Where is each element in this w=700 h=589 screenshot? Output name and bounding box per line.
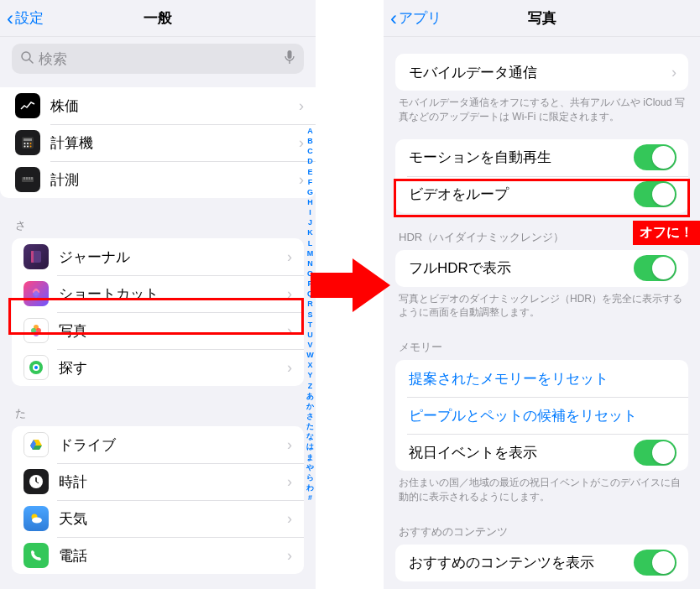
search-placeholder: 検索 <box>39 50 284 69</box>
index-letter[interactable]: E <box>306 167 314 177</box>
section-featured: おすすめのコンテンツ おすすめのコンテンツを表示 <box>384 519 700 581</box>
row-shortcuts[interactable]: ショートカット › <box>12 275 304 312</box>
row-reset-memories[interactable]: 提案されたメモリーをリセット <box>395 360 688 397</box>
mic-icon[interactable] <box>284 50 295 68</box>
index-letter[interactable]: U <box>306 330 314 340</box>
weather-icon <box>24 506 49 531</box>
row-label: 天気 <box>59 509 287 529</box>
list: 株価 › 計算機 › 計測 › <box>0 87 316 198</box>
list: おすすめのコンテンツを表示 <box>395 545 688 581</box>
index-letter[interactable]: H <box>306 197 314 207</box>
index-letter[interactable]: F <box>306 177 314 187</box>
index-letter[interactable]: ま <box>306 452 314 462</box>
back-button[interactable]: ‹ アプリ <box>384 7 441 30</box>
index-letter[interactable]: T <box>306 320 314 330</box>
index-letter[interactable]: わ <box>306 482 314 493</box>
index-letter[interactable]: あ <box>306 391 314 401</box>
index-letter[interactable]: Y <box>306 370 314 380</box>
row-label: モバイルデータ通信 <box>409 63 671 82</box>
list: モバイルデータ通信 › <box>395 54 688 91</box>
row-cellular-data[interactable]: モバイルデータ通信 › <box>395 54 688 91</box>
index-letter[interactable]: I <box>306 207 314 217</box>
row-reset-people-pets[interactable]: ピープルとペットの候補をリセット <box>395 397 688 434</box>
row-autoplay-motion[interactable]: モーションを自動再生 <box>395 139 688 176</box>
index-letter[interactable]: た <box>306 421 314 431</box>
toggle-show-featured[interactable] <box>634 550 676 576</box>
section-footer: モバイルデータ通信をオフにすると、共有アルバムや iCloud 写真などのアップ… <box>384 91 700 128</box>
index-letter[interactable]: ら <box>306 472 314 482</box>
row-measure[interactable]: 計測 › <box>0 161 316 198</box>
row-calculator[interactable]: 計算機 › <box>0 124 316 161</box>
index-letter[interactable]: W <box>306 350 314 360</box>
index-letter[interactable]: な <box>306 431 314 441</box>
svg-point-6 <box>24 143 26 144</box>
callout-turn-off: オフに！ <box>633 221 700 245</box>
row-photos[interactable]: 写真 › <box>12 312 304 349</box>
row-label: ビデオをループ <box>409 185 634 204</box>
index-letter[interactable]: や <box>306 462 314 472</box>
clock-icon <box>24 469 49 494</box>
row-clock[interactable]: 時計 › <box>12 463 304 500</box>
chevron-right-icon: › <box>287 248 292 266</box>
index-letter[interactable]: か <box>306 401 314 411</box>
index-letter[interactable]: B <box>306 136 314 146</box>
findmy-icon <box>24 355 49 380</box>
index-letter[interactable]: K <box>306 227 314 237</box>
index-letter[interactable]: は <box>306 441 314 451</box>
back-button[interactable]: ‹ 設定 <box>0 7 44 30</box>
toggle-holiday-events[interactable] <box>634 440 676 466</box>
toggle-autoplay-motion[interactable] <box>634 144 676 170</box>
chevron-right-icon: › <box>299 171 304 189</box>
chevron-right-icon: › <box>671 64 676 81</box>
svg-marker-36 <box>311 258 390 312</box>
row-label: 提案されたメモリーをリセット <box>409 369 676 388</box>
row-loop-video[interactable]: ビデオをループ <box>395 176 688 213</box>
chevron-right-icon: › <box>287 359 292 377</box>
index-letter[interactable]: C <box>306 146 314 156</box>
section-header: さ <box>0 213 316 238</box>
list: ジャーナル › ショートカット › 写真 › <box>12 238 304 386</box>
row-label: 計測 <box>50 170 299 190</box>
index-letter[interactable]: G <box>306 187 314 197</box>
section-memories: メモリー 提案されたメモリーをリセット ピープルとペットの候補をリセット 祝日イ… <box>384 335 700 508</box>
chevron-left-icon: ‹ <box>390 7 397 30</box>
row-drive[interactable]: ドライブ › <box>12 426 304 463</box>
row-label: 株価 <box>50 96 299 116</box>
journal-icon <box>24 244 49 269</box>
chevron-right-icon: › <box>299 134 304 152</box>
row-label: 時計 <box>59 472 287 492</box>
row-label: フルHDRで表示 <box>409 258 634 278</box>
row-weather[interactable]: 天気 › <box>12 500 304 537</box>
index-letter[interactable]: L <box>306 238 314 248</box>
toggle-full-hdr[interactable] <box>634 255 676 281</box>
section-footer: お住まいの国／地域の最近の祝日イベントがこのデバイスに自動的に表示されるようにし… <box>384 471 700 508</box>
row-label: 祝日イベントを表示 <box>409 443 634 462</box>
row-stocks[interactable]: 株価 › <box>0 87 316 124</box>
index-letter[interactable]: さ <box>306 411 314 421</box>
row-holiday-events[interactable]: 祝日イベントを表示 <box>395 434 688 471</box>
row-phone[interactable]: 電話 › <box>12 537 304 574</box>
index-letter[interactable]: D <box>306 156 314 166</box>
back-label: アプリ <box>399 8 441 28</box>
settings-general-screen: ‹ 設定 一般 検索 株価 › <box>0 0 316 589</box>
index-letter[interactable]: X <box>306 360 314 370</box>
index-letter[interactable]: Z <box>306 381 314 391</box>
phone-icon <box>24 543 49 568</box>
index-letter[interactable]: # <box>306 493 314 503</box>
toggle-loop-video[interactable] <box>634 181 676 207</box>
row-findmy[interactable]: 探す › <box>12 349 304 386</box>
search-icon <box>20 50 34 67</box>
list-section-ta: た ドライブ › 時計 › 天気 › <box>0 401 316 574</box>
svg-point-9 <box>24 146 26 148</box>
row-show-featured[interactable]: おすすめのコンテンツを表示 <box>395 545 688 581</box>
svg-point-24 <box>31 328 36 333</box>
chevron-right-icon: › <box>287 547 292 565</box>
row-journal[interactable]: ジャーナル › <box>12 238 304 275</box>
index-letter[interactable]: V <box>306 340 314 350</box>
header-title: 写真 <box>528 8 556 28</box>
row-full-hdr[interactable]: フルHDRで表示 <box>395 250 688 287</box>
search-input[interactable]: 検索 <box>12 44 304 74</box>
index-letter[interactable]: J <box>306 217 314 227</box>
arrow-icon <box>311 252 394 319</box>
index-letter[interactable]: A <box>306 126 314 136</box>
